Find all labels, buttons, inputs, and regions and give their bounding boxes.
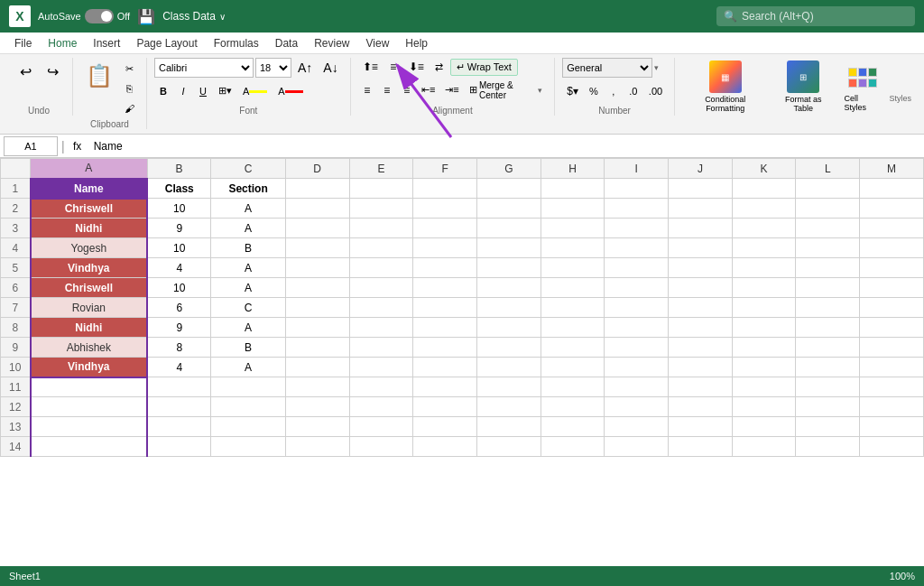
cell-c-10[interactable]: A bbox=[211, 358, 286, 377]
cell-c-5[interactable]: A bbox=[211, 258, 286, 278]
menu-formulas[interactable]: Formulas bbox=[207, 34, 266, 52]
cell-empty[interactable] bbox=[349, 377, 413, 397]
border-button[interactable]: ⊞▾ bbox=[214, 82, 236, 100]
increase-indent-button[interactable]: ⇥≡ bbox=[441, 81, 463, 99]
cell-empty[interactable] bbox=[860, 238, 924, 258]
cell-empty[interactable] bbox=[860, 377, 924, 397]
decrease-indent-button[interactable]: ⇤≡ bbox=[418, 81, 439, 99]
cell-empty[interactable] bbox=[669, 358, 733, 377]
row-number[interactable]: 9 bbox=[1, 338, 31, 358]
font-decrease-button[interactable]: A↓ bbox=[319, 59, 342, 77]
menu-home[interactable]: Home bbox=[41, 34, 84, 52]
cell-empty[interactable] bbox=[476, 179, 541, 199]
cell-empty[interactable] bbox=[605, 358, 669, 377]
cell-empty[interactable] bbox=[285, 437, 349, 457]
cell-empty[interactable] bbox=[732, 377, 796, 397]
cell-empty[interactable] bbox=[541, 199, 605, 219]
col-header-J[interactable]: J bbox=[669, 159, 733, 179]
cell-empty[interactable] bbox=[413, 318, 477, 338]
col-header-G[interactable]: G bbox=[476, 159, 541, 179]
cell-a-5[interactable]: Vindhya bbox=[31, 258, 148, 278]
cell-empty[interactable] bbox=[605, 179, 669, 199]
cell-b-8[interactable]: 9 bbox=[147, 318, 211, 338]
cell-a-2[interactable]: Chriswell bbox=[31, 199, 148, 219]
cell-empty[interactable] bbox=[285, 199, 349, 219]
cell-empty[interactable] bbox=[860, 199, 924, 219]
cell-empty[interactable] bbox=[860, 298, 924, 318]
cell-a-10[interactable]: Vindhya bbox=[31, 358, 148, 377]
cell-empty[interactable] bbox=[605, 397, 669, 417]
cell-c-2[interactable]: A bbox=[211, 199, 286, 219]
cell-empty[interactable] bbox=[732, 417, 796, 437]
italic-button[interactable]: I bbox=[174, 82, 192, 100]
cell-empty[interactable] bbox=[669, 417, 733, 437]
function-icon[interactable]: fx bbox=[69, 137, 87, 155]
cell-a-13[interactable] bbox=[31, 417, 148, 437]
cell-empty[interactable] bbox=[349, 358, 413, 377]
undo-button[interactable]: ↩ bbox=[13, 61, 38, 83]
cell-empty[interactable] bbox=[669, 397, 733, 417]
cell-empty[interactable] bbox=[732, 219, 796, 238]
cell-a-14[interactable] bbox=[31, 437, 148, 457]
cell-empty[interactable] bbox=[349, 278, 413, 298]
increase-decimal-button[interactable]: .00 bbox=[644, 82, 667, 100]
cell-empty[interactable] bbox=[860, 358, 924, 377]
cell-empty[interactable] bbox=[476, 358, 541, 377]
cell-empty[interactable] bbox=[860, 258, 924, 278]
cell-empty[interactable] bbox=[605, 219, 669, 238]
cell-empty[interactable] bbox=[476, 437, 541, 457]
cell-empty[interactable] bbox=[732, 179, 796, 199]
fill-color-button[interactable]: A bbox=[238, 82, 272, 100]
paste-button[interactable]: 📋 bbox=[80, 60, 118, 92]
cell-empty[interactable] bbox=[605, 338, 669, 358]
cell-a-3[interactable]: Nidhi bbox=[31, 219, 148, 238]
cell-empty[interactable] bbox=[796, 238, 860, 258]
bold-button[interactable]: B bbox=[154, 82, 172, 100]
cell-empty[interactable] bbox=[669, 377, 733, 397]
cell-empty[interactable] bbox=[796, 298, 860, 318]
cell-b-4[interactable]: 10 bbox=[147, 238, 211, 258]
cell-b-3[interactable]: 9 bbox=[147, 219, 211, 238]
save-icon[interactable]: 💾 bbox=[137, 8, 155, 25]
cell-empty[interactable] bbox=[796, 318, 860, 338]
cell-b-12[interactable] bbox=[147, 397, 211, 417]
menu-data[interactable]: Data bbox=[268, 34, 305, 52]
cell-empty[interactable] bbox=[413, 258, 477, 278]
col-header-H[interactable]: H bbox=[541, 159, 605, 179]
row-number[interactable]: 8 bbox=[1, 318, 31, 338]
cell-empty[interactable] bbox=[349, 238, 413, 258]
cell-empty[interactable] bbox=[732, 338, 796, 358]
cell-empty[interactable] bbox=[413, 397, 477, 417]
cell-a-12[interactable] bbox=[31, 397, 148, 417]
align-top-button[interactable]: ⬆≡ bbox=[358, 58, 383, 76]
cell-empty[interactable] bbox=[605, 258, 669, 278]
cell-empty[interactable] bbox=[605, 199, 669, 219]
cell-empty[interactable] bbox=[541, 397, 605, 417]
cell-empty[interactable] bbox=[285, 278, 349, 298]
cell-c-6[interactable]: A bbox=[211, 278, 286, 298]
cell-empty[interactable] bbox=[669, 338, 733, 358]
cell-a-11[interactable] bbox=[31, 377, 148, 397]
cell-empty[interactable] bbox=[605, 278, 669, 298]
col-header-A[interactable]: A bbox=[31, 159, 148, 179]
cell-c-13[interactable] bbox=[211, 417, 286, 437]
cell-empty[interactable] bbox=[349, 318, 413, 338]
cell-empty[interactable] bbox=[476, 318, 541, 338]
cell-empty[interactable] bbox=[285, 238, 349, 258]
cell-empty[interactable] bbox=[476, 238, 541, 258]
cell-empty[interactable] bbox=[732, 238, 796, 258]
row-number[interactable]: 14 bbox=[1, 437, 31, 457]
wrap-text-button[interactable]: ↵ Wrap Text bbox=[450, 59, 518, 76]
cell-empty[interactable] bbox=[413, 358, 477, 377]
cell-b-7[interactable]: 6 bbox=[147, 298, 211, 318]
cell-empty[interactable] bbox=[860, 318, 924, 338]
number-format-dropdown[interactable]: ▾ bbox=[654, 63, 659, 72]
cell-empty[interactable] bbox=[349, 437, 413, 457]
cell-empty[interactable] bbox=[413, 437, 477, 457]
cell-empty[interactable] bbox=[732, 318, 796, 338]
cell-empty[interactable] bbox=[476, 219, 541, 238]
cell-empty[interactable] bbox=[669, 278, 733, 298]
cell-empty[interactable] bbox=[476, 338, 541, 358]
cell-empty[interactable] bbox=[541, 318, 605, 338]
cell-empty[interactable] bbox=[860, 397, 924, 417]
